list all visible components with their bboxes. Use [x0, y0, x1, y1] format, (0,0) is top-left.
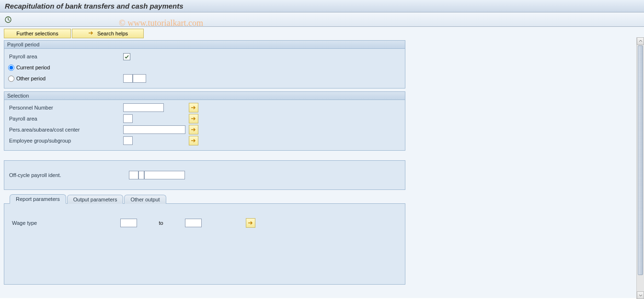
- tab-report-parameters[interactable]: Report parameters: [10, 194, 66, 204]
- personnel-number-input[interactable]: [123, 103, 164, 112]
- offcycle-input3[interactable]: [144, 171, 185, 179]
- payroll-area-sel-input[interactable]: [123, 114, 133, 123]
- employee-group-input[interactable]: [123, 136, 133, 145]
- other-period-label: Other period: [16, 76, 46, 81]
- offcycle-label: Off-cycle payroll ident.: [8, 172, 129, 178]
- wage-type-to-input[interactable]: [185, 219, 202, 227]
- app-toolbar: [0, 12, 644, 27]
- payroll-area-required-icon[interactable]: [123, 53, 130, 60]
- current-period-label: Current period: [16, 65, 50, 70]
- other-period-input[interactable]: [8, 76, 14, 82]
- tab-output-parameters[interactable]: Output parameters: [67, 195, 124, 204]
- pers-area-input[interactable]: [123, 125, 185, 134]
- payroll-period-group: Payroll period Payroll area Current peri…: [4, 40, 405, 89]
- offcycle-input1[interactable]: [129, 171, 138, 179]
- content-area: Further selections Search helps Payroll …: [0, 27, 644, 298]
- pers-area-label: Pers.area/subarea/cost center: [8, 127, 123, 133]
- search-helps-label: Search helps: [97, 31, 128, 36]
- payroll-period-title: Payroll period: [4, 41, 405, 49]
- vertical-scrollbar[interactable]: [636, 37, 644, 299]
- scroll-down-button[interactable]: [637, 291, 644, 299]
- tab-container: Report parameters Output parameters Othe…: [4, 194, 405, 285]
- wage-type-multi-button[interactable]: [246, 218, 255, 228]
- arrow-right-icon: [88, 30, 94, 37]
- personnel-number-multi-button[interactable]: [189, 103, 198, 112]
- payroll-area-label: Payroll area: [8, 54, 123, 59]
- execute-icon[interactable]: [4, 15, 12, 24]
- tab-body: Wage type to: [4, 203, 405, 285]
- payroll-area-multi-button[interactable]: [189, 114, 198, 123]
- search-helps-button[interactable]: Search helps: [72, 29, 144, 38]
- employee-group-multi-button[interactable]: [189, 136, 198, 145]
- employee-group-label: Employee group/subgroup: [8, 138, 123, 144]
- current-period-input[interactable]: [8, 65, 14, 71]
- further-selections-button[interactable]: Further selections: [4, 29, 71, 38]
- offcycle-group: Off-cycle payroll ident.: [4, 160, 405, 190]
- tab-other-output[interactable]: Other output: [124, 195, 166, 204]
- selection-group: Selection Personnel Number Payroll area …: [4, 91, 405, 151]
- personnel-number-label: Personnel Number: [8, 105, 123, 111]
- pers-area-multi-button[interactable]: [189, 125, 198, 134]
- to-label: to: [137, 220, 185, 226]
- scroll-thumb[interactable]: [638, 45, 643, 275]
- offcycle-input2[interactable]: [138, 171, 144, 179]
- payroll-area-sel-label: Payroll area: [8, 116, 123, 122]
- other-period-field2[interactable]: [133, 74, 146, 83]
- tab-strip: Report parameters Output parameters Othe…: [4, 194, 405, 203]
- current-period-radio[interactable]: Current period: [8, 65, 123, 71]
- wage-type-from-input[interactable]: [120, 219, 137, 227]
- other-period-radio[interactable]: Other period: [8, 76, 123, 82]
- wage-type-label: Wage type: [11, 220, 120, 226]
- selection-button-bar: Further selections Search helps: [0, 27, 644, 39]
- selection-title: Selection: [4, 92, 405, 100]
- other-period-field1[interactable]: [123, 74, 133, 83]
- title-bar: Recapitulation of bank transfers and cas…: [0, 0, 644, 12]
- scroll-up-button[interactable]: [637, 37, 644, 45]
- page-title: Recapitulation of bank transfers and cas…: [5, 2, 184, 10]
